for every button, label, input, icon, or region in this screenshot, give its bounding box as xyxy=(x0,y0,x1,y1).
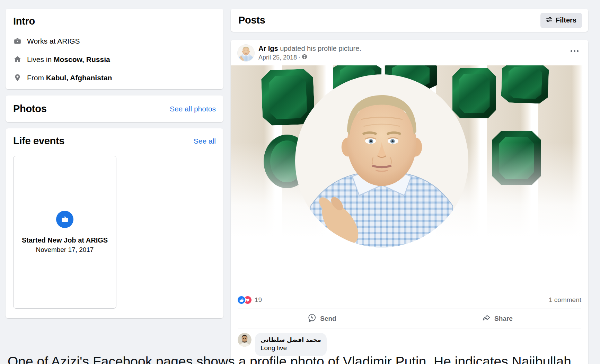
whatsapp-icon xyxy=(307,313,317,324)
post-actions-row: Send Share xyxy=(231,309,588,328)
life-events-card: Life events See all Started New Job at A… xyxy=(6,128,223,318)
intro-item-lives-text: Lives in Moscow, Russia xyxy=(27,55,110,64)
reaction-summary[interactable]: 19 xyxy=(238,296,262,304)
posts-header-card: Posts Filters xyxy=(231,9,588,32)
profile-picture-circle[interactable] xyxy=(295,74,468,247)
commenter-name[interactable]: محمد افضل سلطانی xyxy=(261,336,321,343)
post-title-line: Ar Igs updated his profile picture. xyxy=(258,45,361,53)
posts-title: Posts xyxy=(238,15,265,26)
briefcase-badge xyxy=(56,211,73,228)
intro-item-from: From Kabul, Afghanistan xyxy=(13,73,216,82)
share-label: Share xyxy=(494,315,513,322)
photos-card: Photos See all photos xyxy=(6,95,223,122)
location-pin-icon xyxy=(13,73,22,82)
post-menu-button[interactable] xyxy=(568,47,581,55)
like-reaction-icon[interactable] xyxy=(238,296,245,304)
life-event-date: November 17, 2017 xyxy=(36,246,94,254)
see-all-link[interactable]: See all xyxy=(194,137,216,145)
reaction-count[interactable]: 19 xyxy=(255,296,262,304)
timestamp-separator: · xyxy=(298,54,300,61)
intro-title: Intro xyxy=(13,16,216,27)
post-author-name[interactable]: Ar Igs xyxy=(258,45,278,52)
share-icon xyxy=(482,313,491,324)
share-button[interactable]: Share xyxy=(409,309,585,328)
post-stats-row: 19 1 comment xyxy=(231,291,588,309)
life-event-title: Started New Job at ARIGS xyxy=(22,236,108,244)
globe-icon xyxy=(302,54,307,61)
intro-item-lives: Lives in Moscow, Russia xyxy=(13,55,216,64)
page-caption: One of Azizi's Facebook pages shows a pr… xyxy=(8,354,571,364)
comment-text: Long live xyxy=(261,344,321,352)
post-action-text: updated his profile picture. xyxy=(278,45,361,52)
send-button[interactable]: Send xyxy=(234,309,409,328)
comment-bubble: محمد افضل سلطانی Long live xyxy=(255,333,327,356)
comment-count[interactable]: 1 comment xyxy=(549,296,581,304)
see-all-photos-link[interactable]: See all photos xyxy=(170,105,216,113)
commenter-avatar[interactable] xyxy=(238,333,252,347)
home-icon xyxy=(13,55,22,64)
intro-item-work-text: Works at ARIGS xyxy=(27,37,80,45)
post-image[interactable] xyxy=(231,65,588,291)
post-author-avatar[interactable] xyxy=(238,45,254,61)
intro-card: Intro Works at ARIGS Lives in Moscow, Ru… xyxy=(6,9,223,89)
filters-button[interactable]: Filters xyxy=(540,13,582,28)
intro-item-work: Works at ARIGS xyxy=(13,37,216,45)
briefcase-icon xyxy=(13,37,22,45)
ellipsis-icon xyxy=(571,50,572,52)
intro-item-from-text: From Kabul, Afghanistan xyxy=(27,74,112,82)
post-card: Ar Igs updated his profile picture. Apri… xyxy=(231,40,588,364)
filters-label: Filters xyxy=(556,16,576,24)
facebook-profile-page: Intro Works at ARIGS Lives in Moscow, Ru… xyxy=(0,0,600,364)
briefcase-icon xyxy=(61,215,69,224)
emerald-gem xyxy=(452,68,496,118)
post-header: Ar Igs updated his profile picture. Apri… xyxy=(231,40,588,65)
post-timestamp[interactable]: April 25, 2018 xyxy=(258,54,297,61)
photos-title: Photos xyxy=(13,103,46,115)
sliders-icon xyxy=(546,16,553,25)
emerald-gem xyxy=(492,131,541,185)
emerald-gem xyxy=(501,65,549,104)
send-label: Send xyxy=(320,315,336,322)
life-event-card[interactable]: Started New Job at ARIGS November 17, 20… xyxy=(13,156,116,309)
life-events-title: Life events xyxy=(13,135,64,147)
